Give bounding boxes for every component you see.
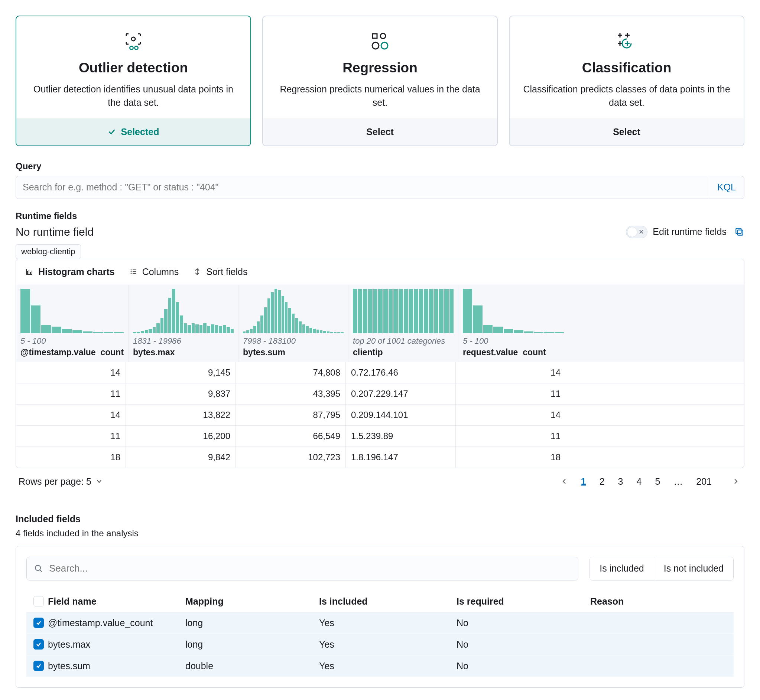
field-required: No [456, 661, 590, 672]
fields-search-input[interactable] [48, 562, 570, 575]
cell: 43,395 [236, 383, 346, 404]
page-number[interactable]: 5 [652, 475, 663, 488]
col-field-name[interactable]: Field name [48, 596, 185, 607]
histogram-icon [25, 267, 34, 276]
card-desc: Outlier detection identifies unusual dat… [27, 83, 240, 109]
filter-is-included[interactable]: Is included [590, 557, 654, 580]
card-select-footer[interactable]: Select [263, 119, 497, 145]
cell: 14 [16, 405, 126, 425]
page-number[interactable]: 1 [578, 475, 589, 488]
histogram-chart [463, 289, 564, 333]
field-row[interactable]: bytes.maxlongYesNo [27, 634, 733, 655]
histogram-charts-button[interactable]: Histogram charts [25, 267, 115, 277]
query-input[interactable] [16, 176, 709, 198]
cell: 14 [456, 362, 566, 383]
sort-fields-button[interactable]: Sort fields [193, 267, 248, 277]
rows-per-page-button[interactable]: Rows per page: 5 [19, 476, 102, 487]
runtime-fields-label: Runtime fields [16, 211, 744, 221]
columns-button[interactable]: Columns [129, 267, 179, 277]
source-index-tag[interactable]: weblog-clientip [16, 244, 81, 259]
search-icon [34, 564, 43, 573]
included-fields-subtitle: 4 fields included in the analysis [16, 528, 744, 539]
svg-rect-8 [736, 228, 741, 233]
field-mapping: long [185, 617, 319, 628]
field-required: No [456, 639, 590, 650]
column-range: 5 - 100 [20, 336, 124, 346]
page-number[interactable]: 2 [597, 475, 608, 488]
grid-column-header[interactable]: 5 - 100@timestamp.value_count [16, 285, 128, 362]
regression-icon [273, 30, 487, 53]
next-page-button[interactable] [730, 477, 741, 486]
query-label: Query [16, 161, 744, 172]
histogram-chart [133, 289, 233, 333]
table-row[interactable]: 1413,82287,7950.209.144.10114 [16, 405, 744, 426]
table-row[interactable]: 149,14574,8080.72.176.4614 [16, 362, 744, 383]
column-name: bytes.max [133, 347, 233, 358]
col-is-required[interactable]: Is required [456, 596, 590, 607]
filter-is-not-included[interactable]: Is not included [654, 557, 733, 580]
included-fields-panel: Is included Is not included Field name M… [16, 546, 744, 688]
card-desc: Regression predicts numerical values in … [273, 83, 487, 109]
card-regression[interactable]: Regression Regression predicts numerical… [262, 16, 498, 146]
grid-column-header[interactable]: top 20 of 1001 categoriesclientip [348, 285, 458, 362]
switch-off-icon[interactable]: ✕ [626, 226, 647, 238]
cell: 9,837 [126, 383, 236, 404]
cell: 102,723 [236, 447, 346, 468]
select-all-checkbox[interactable] [33, 596, 44, 606]
card-outlier-detection[interactable]: Outlier detection Outlier detection iden… [16, 16, 251, 146]
col-mapping[interactable]: Mapping [185, 596, 319, 607]
fields-table: Field name Mapping Is included Is requir… [27, 591, 733, 677]
cell: 0.72.176.46 [346, 362, 456, 383]
classification-icon [520, 30, 733, 53]
page-number[interactable]: 4 [633, 475, 644, 488]
card-title: Outlier detection [27, 60, 240, 76]
table-row[interactable]: 119,83743,3950.207.229.14711 [16, 383, 744, 405]
prev-page-button[interactable] [559, 477, 570, 486]
field-row[interactable]: @timestamp.value_countlongYesNo [27, 612, 733, 634]
kql-button[interactable]: KQL [709, 176, 744, 198]
grid-column-header[interactable]: 7998 - 183100bytes.sum [238, 285, 348, 362]
col-is-included[interactable]: Is included [319, 596, 456, 607]
runtime-empty-text: No runtime field [16, 226, 94, 238]
cell: 0.207.229.147 [346, 383, 456, 404]
card-select-footer[interactable]: Select [510, 119, 744, 145]
svg-point-9 [130, 269, 132, 270]
card-selected-footer: Selected [16, 119, 250, 145]
column-range: 5 - 100 [463, 336, 564, 346]
cell: 14 [456, 405, 566, 425]
field-checkbox[interactable] [33, 617, 44, 628]
table-row[interactable]: 189,842102,7231.8.196.14718 [16, 447, 744, 468]
field-mapping: long [185, 639, 319, 650]
svg-point-10 [130, 271, 132, 272]
field-checkbox[interactable] [33, 639, 44, 650]
columns-icon [129, 267, 138, 276]
grid-column-header[interactable]: 1831 - 19986bytes.max [128, 285, 238, 362]
field-required: No [456, 617, 590, 628]
copy-icon[interactable] [735, 227, 744, 237]
table-row[interactable]: 1116,20066,5491.5.239.8911 [16, 426, 744, 447]
page-number[interactable]: 3 [615, 475, 626, 488]
field-included: Yes [319, 639, 456, 650]
page-number[interactable]: 201 [693, 475, 715, 488]
edit-runtime-fields-toggle[interactable]: ✕ Edit runtime fields [626, 226, 727, 238]
field-row[interactable]: bytes.sumdoubleYesNo [27, 655, 733, 677]
svg-point-1 [130, 46, 133, 50]
card-desc: Classification predicts classes of data … [520, 83, 733, 109]
card-classification[interactable]: Classification Classification predicts c… [509, 16, 744, 146]
outlier-icon [27, 30, 240, 53]
cell: 0.209.144.101 [346, 405, 456, 425]
col-reason[interactable]: Reason [590, 596, 731, 607]
cell: 14 [16, 362, 126, 383]
sort-icon [193, 267, 202, 276]
column-name: bytes.sum [243, 347, 343, 358]
svg-point-6 [381, 42, 388, 49]
job-type-cards: Outlier detection Outlier detection iden… [16, 16, 744, 146]
histogram-chart [353, 289, 454, 333]
field-checkbox[interactable] [33, 661, 44, 671]
field-name: bytes.sum [48, 661, 185, 672]
field-name: bytes.max [48, 639, 185, 650]
grid-column-header[interactable]: 5 - 100request.value_count [458, 285, 568, 362]
field-included: Yes [319, 661, 456, 672]
column-name: request.value_count [463, 347, 564, 358]
fields-search-box[interactable] [27, 557, 578, 580]
